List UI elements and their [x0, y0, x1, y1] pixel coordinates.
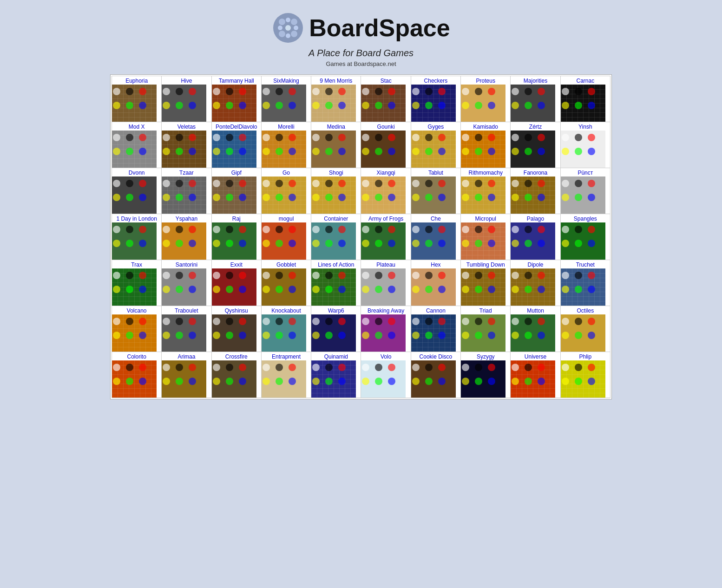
game-link-entrapment[interactable]: Entrapment — [262, 352, 311, 360]
svg-point-158 — [325, 194, 333, 201]
svg-point-301 — [512, 286, 519, 293]
svg-point-385 — [213, 378, 220, 385]
game-link-gipf[interactable]: Gipf — [212, 168, 261, 176]
game-link-santorini[interactable]: Santorini — [162, 260, 211, 268]
game-link-tzaar[interactable]: Tzaar — [162, 168, 211, 176]
svg-point-255 — [139, 286, 146, 293]
game-link-yinsh[interactable]: Yinsh — [561, 122, 610, 131]
game-link-mogul[interactable]: mogul — [262, 214, 311, 222]
game-link-zértz[interactable]: Zértz — [511, 122, 560, 131]
svg-point-368 — [575, 332, 582, 339]
game-link-püncт[interactable]: Püncт — [561, 168, 610, 176]
game-link-phlip[interactable]: Phlip — [561, 352, 610, 360]
game-link-volcano[interactable]: Volcano — [112, 306, 161, 314]
game-link-traboulet[interactable]: Traboulet — [162, 306, 211, 314]
game-link-sixmaking[interactable]: SixMaking — [262, 76, 311, 85]
game-link-knockabout[interactable]: Knockabout — [262, 306, 311, 314]
game-link-octiles[interactable]: Octiles — [561, 306, 610, 314]
game-link-raj[interactable]: Raj — [212, 214, 261, 222]
game-cell: Proteus — [461, 76, 511, 122]
game-link-medina[interactable]: Medina — [311, 122, 361, 131]
game-link-truchet[interactable]: Truchet — [561, 260, 610, 268]
game-link-yspahan[interactable]: Yspahan — [162, 214, 211, 222]
game-link-morelli[interactable]: Morelli — [262, 122, 311, 131]
game-thumbnail-hex — [411, 268, 456, 306]
game-link-cannon[interactable]: Cannon — [411, 306, 460, 314]
game-link-go[interactable]: Go — [262, 168, 311, 176]
game-link-crossfire[interactable]: Crossfire — [212, 352, 261, 360]
game-link-carnac[interactable]: Carnac — [561, 76, 610, 85]
svg-point-63 — [538, 102, 545, 109]
game-link-fanorona[interactable]: Fanorona — [511, 168, 560, 176]
game-link-majorities[interactable]: Majorities — [511, 76, 560, 85]
game-link-arimaa[interactable]: Arimaa — [162, 352, 211, 360]
game-link-1-day-in-london[interactable]: 1 Day in London — [112, 214, 161, 222]
game-thumbnail-santorini — [162, 268, 206, 306]
svg-point-130 — [113, 180, 120, 187]
svg-point-356 — [475, 332, 482, 339]
game-link-micropul[interactable]: Micropul — [461, 214, 510, 222]
game-cell: Plateau — [361, 260, 411, 306]
game-link-euphoria[interactable]: Euphoria — [112, 76, 161, 85]
game-link-colorito[interactable]: Colorito — [112, 352, 161, 360]
game-link-warp6[interactable]: Warp6 — [311, 306, 361, 314]
game-link-gyges[interactable]: Gyges — [411, 122, 460, 131]
svg-point-360 — [538, 318, 545, 325]
game-link-volo[interactable]: Volo — [361, 352, 410, 360]
game-cell: Hive — [162, 76, 211, 122]
game-link-shogi[interactable]: Shogi — [311, 168, 361, 176]
game-link-spangles[interactable]: Spangles — [561, 214, 610, 222]
game-link-mod-x[interactable]: Mod X — [112, 122, 161, 131]
game-cell: Tablut — [411, 168, 460, 214]
game-link-9-men-morris[interactable]: 9 Men Morris — [311, 76, 361, 85]
game-link-che[interactable]: Che — [411, 214, 460, 222]
game-link-plateau[interactable]: Plateau — [361, 260, 410, 268]
game-link-quinamid[interactable]: Quinamid — [311, 352, 361, 360]
game-link-hex[interactable]: Hex — [411, 260, 460, 268]
svg-point-349 — [412, 332, 420, 339]
game-cell: Lines of Action — [311, 260, 361, 306]
game-link-tammany-hall[interactable]: Tammany Hall — [212, 76, 261, 85]
game-link-hive[interactable]: Hive — [162, 76, 211, 85]
game-link-cookie-disco[interactable]: Cookie Disco — [411, 352, 460, 360]
game-link-kamisado[interactable]: Kamisado — [461, 122, 510, 131]
game-link-tablut[interactable]: Tablut — [411, 168, 460, 176]
game-link-pontedeldiavolo[interactable]: PonteDelDiavolo — [212, 122, 261, 131]
game-link-proteus[interactable]: Proteus — [461, 76, 510, 85]
svg-point-93 — [289, 148, 296, 155]
svg-point-4 — [291, 31, 297, 37]
game-link-mutton[interactable]: Mutton — [511, 306, 560, 314]
game-link-dvonn[interactable]: Dvonn — [112, 168, 161, 176]
game-link-exxit[interactable]: Exxit — [212, 260, 261, 268]
game-link-trax[interactable]: Trax — [112, 260, 161, 268]
svg-point-353 — [475, 318, 482, 325]
game-link-dipole[interactable]: Dipole — [511, 260, 560, 268]
svg-point-150 — [289, 180, 296, 187]
game-link-rithmomachy[interactable]: Rithmomachy — [461, 168, 510, 176]
svg-point-291 — [438, 286, 446, 293]
svg-point-302 — [525, 286, 532, 293]
svg-point-393 — [289, 378, 296, 385]
game-link-triad[interactable]: Triad — [461, 306, 510, 314]
game-link-gounki[interactable]: Gounki — [361, 122, 410, 131]
svg-point-27 — [239, 102, 246, 109]
game-link-palago[interactable]: Palago — [511, 214, 560, 222]
game-link-veletas[interactable]: Veletas — [162, 122, 211, 131]
svg-point-140 — [176, 194, 183, 201]
game-link-stac[interactable]: Stac — [361, 76, 410, 85]
game-link-gobblet[interactable]: Gobblet — [262, 260, 311, 268]
game-link-xiangqi[interactable]: Xiangqi — [361, 168, 410, 176]
game-link-lines-of-action[interactable]: Lines of Action — [311, 260, 361, 268]
game-thumbnail-gipf — [212, 176, 256, 214]
game-link-tumbling-down[interactable]: Tumbling Down — [461, 260, 510, 268]
game-link-syzygy[interactable]: Syzygy — [461, 352, 510, 360]
game-link-qyshinsu[interactable]: Qyshinsu — [212, 306, 261, 314]
game-link-universe[interactable]: Universe — [511, 352, 560, 360]
svg-point-324 — [239, 318, 246, 325]
svg-point-248 — [575, 240, 582, 247]
svg-point-92 — [276, 148, 283, 155]
game-link-breaking-away[interactable]: Breaking Away — [361, 306, 410, 314]
game-link-army-of-frogs[interactable]: Army of Frogs — [361, 214, 410, 222]
game-link-checkers[interactable]: Checkers — [411, 76, 460, 85]
game-link-container[interactable]: Container — [311, 214, 361, 222]
